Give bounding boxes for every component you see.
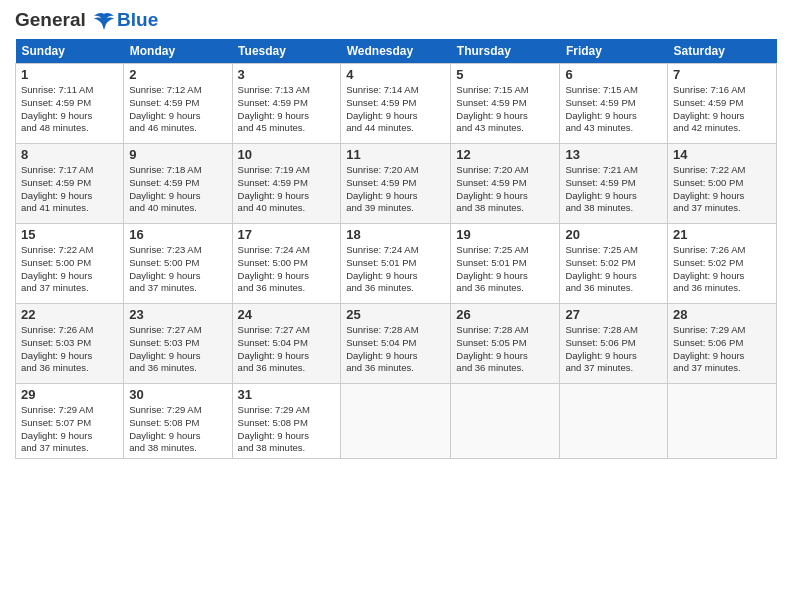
day-number: 25 — [346, 307, 445, 322]
day-info: Sunrise: 7:24 AMSunset: 5:01 PMDaylight:… — [346, 244, 445, 295]
calendar-cell: 25Sunrise: 7:28 AMSunset: 5:04 PMDayligh… — [341, 303, 451, 383]
calendar-cell: 20Sunrise: 7:25 AMSunset: 5:02 PMDayligh… — [560, 223, 668, 303]
calendar-cell: 17Sunrise: 7:24 AMSunset: 5:00 PMDayligh… — [232, 223, 341, 303]
day-number: 11 — [346, 147, 445, 162]
calendar-cell: 31Sunrise: 7:29 AMSunset: 5:08 PMDayligh… — [232, 383, 341, 458]
day-number: 9 — [129, 147, 226, 162]
calendar-cell: 27Sunrise: 7:28 AMSunset: 5:06 PMDayligh… — [560, 303, 668, 383]
day-info: Sunrise: 7:26 AMSunset: 5:03 PMDaylight:… — [21, 324, 118, 375]
day-number: 17 — [238, 227, 336, 242]
day-number: 2 — [129, 67, 226, 82]
day-info: Sunrise: 7:22 AMSunset: 5:00 PMDaylight:… — [21, 244, 118, 295]
calendar-cell: 24Sunrise: 7:27 AMSunset: 5:04 PMDayligh… — [232, 303, 341, 383]
day-info: Sunrise: 7:13 AMSunset: 4:59 PMDaylight:… — [238, 84, 336, 135]
calendar-cell — [451, 383, 560, 458]
calendar-cell — [668, 383, 777, 458]
day-number: 16 — [129, 227, 226, 242]
calendar-cell: 12Sunrise: 7:20 AMSunset: 4:59 PMDayligh… — [451, 143, 560, 223]
day-number: 14 — [673, 147, 771, 162]
day-info: Sunrise: 7:29 AMSunset: 5:06 PMDaylight:… — [673, 324, 771, 375]
day-number: 15 — [21, 227, 118, 242]
day-number: 7 — [673, 67, 771, 82]
day-number: 29 — [21, 387, 118, 402]
day-info: Sunrise: 7:11 AMSunset: 4:59 PMDaylight:… — [21, 84, 118, 135]
day-info: Sunrise: 7:18 AMSunset: 4:59 PMDaylight:… — [129, 164, 226, 215]
calendar-cell: 13Sunrise: 7:21 AMSunset: 4:59 PMDayligh… — [560, 143, 668, 223]
day-info: Sunrise: 7:20 AMSunset: 4:59 PMDaylight:… — [346, 164, 445, 215]
day-info: Sunrise: 7:27 AMSunset: 5:03 PMDaylight:… — [129, 324, 226, 375]
weekday-header: Tuesday — [232, 39, 341, 64]
day-number: 31 — [238, 387, 336, 402]
calendar-cell: 22Sunrise: 7:26 AMSunset: 5:03 PMDayligh… — [16, 303, 124, 383]
day-info: Sunrise: 7:29 AMSunset: 5:07 PMDaylight:… — [21, 404, 118, 455]
day-number: 20 — [565, 227, 662, 242]
day-info: Sunrise: 7:21 AMSunset: 4:59 PMDaylight:… — [565, 164, 662, 215]
day-info: Sunrise: 7:27 AMSunset: 5:04 PMDaylight:… — [238, 324, 336, 375]
calendar-cell — [341, 383, 451, 458]
calendar-cell: 23Sunrise: 7:27 AMSunset: 5:03 PMDayligh… — [124, 303, 232, 383]
calendar-cell: 30Sunrise: 7:29 AMSunset: 5:08 PMDayligh… — [124, 383, 232, 458]
weekday-header: Wednesday — [341, 39, 451, 64]
day-number: 30 — [129, 387, 226, 402]
day-info: Sunrise: 7:29 AMSunset: 5:08 PMDaylight:… — [238, 404, 336, 455]
calendar-cell: 16Sunrise: 7:23 AMSunset: 5:00 PMDayligh… — [124, 223, 232, 303]
day-number: 3 — [238, 67, 336, 82]
day-info: Sunrise: 7:28 AMSunset: 5:06 PMDaylight:… — [565, 324, 662, 375]
day-number: 21 — [673, 227, 771, 242]
calendar-cell: 1Sunrise: 7:11 AMSunset: 4:59 PMDaylight… — [16, 63, 124, 143]
calendar-cell: 11Sunrise: 7:20 AMSunset: 4:59 PMDayligh… — [341, 143, 451, 223]
calendar-cell: 14Sunrise: 7:22 AMSunset: 5:00 PMDayligh… — [668, 143, 777, 223]
calendar-cell: 5Sunrise: 7:15 AMSunset: 4:59 PMDaylight… — [451, 63, 560, 143]
day-info: Sunrise: 7:17 AMSunset: 4:59 PMDaylight:… — [21, 164, 118, 215]
day-info: Sunrise: 7:23 AMSunset: 5:00 PMDaylight:… — [129, 244, 226, 295]
day-number: 18 — [346, 227, 445, 242]
calendar-cell: 6Sunrise: 7:15 AMSunset: 4:59 PMDaylight… — [560, 63, 668, 143]
calendar-cell: 18Sunrise: 7:24 AMSunset: 5:01 PMDayligh… — [341, 223, 451, 303]
calendar-cell: 19Sunrise: 7:25 AMSunset: 5:01 PMDayligh… — [451, 223, 560, 303]
day-info: Sunrise: 7:28 AMSunset: 5:05 PMDaylight:… — [456, 324, 554, 375]
day-info: Sunrise: 7:16 AMSunset: 4:59 PMDaylight:… — [673, 84, 771, 135]
day-number: 12 — [456, 147, 554, 162]
logo: General Blue — [15, 10, 158, 31]
day-number: 23 — [129, 307, 226, 322]
day-number: 19 — [456, 227, 554, 242]
day-info: Sunrise: 7:25 AMSunset: 5:01 PMDaylight:… — [456, 244, 554, 295]
weekday-header: Saturday — [668, 39, 777, 64]
day-number: 10 — [238, 147, 336, 162]
day-info: Sunrise: 7:12 AMSunset: 4:59 PMDaylight:… — [129, 84, 226, 135]
day-info: Sunrise: 7:29 AMSunset: 5:08 PMDaylight:… — [129, 404, 226, 455]
calendar-table: SundayMondayTuesdayWednesdayThursdayFrid… — [15, 39, 777, 459]
day-number: 13 — [565, 147, 662, 162]
day-number: 28 — [673, 307, 771, 322]
calendar-cell: 26Sunrise: 7:28 AMSunset: 5:05 PMDayligh… — [451, 303, 560, 383]
calendar-cell: 8Sunrise: 7:17 AMSunset: 4:59 PMDaylight… — [16, 143, 124, 223]
day-info: Sunrise: 7:25 AMSunset: 5:02 PMDaylight:… — [565, 244, 662, 295]
weekday-header: Thursday — [451, 39, 560, 64]
calendar-cell: 3Sunrise: 7:13 AMSunset: 4:59 PMDaylight… — [232, 63, 341, 143]
day-number: 1 — [21, 67, 118, 82]
day-info: Sunrise: 7:28 AMSunset: 5:04 PMDaylight:… — [346, 324, 445, 375]
day-number: 8 — [21, 147, 118, 162]
calendar-cell: 21Sunrise: 7:26 AMSunset: 5:02 PMDayligh… — [668, 223, 777, 303]
day-number: 5 — [456, 67, 554, 82]
day-number: 24 — [238, 307, 336, 322]
day-info: Sunrise: 7:15 AMSunset: 4:59 PMDaylight:… — [565, 84, 662, 135]
day-info: Sunrise: 7:24 AMSunset: 5:00 PMDaylight:… — [238, 244, 336, 295]
header: General Blue — [15, 10, 777, 31]
calendar-cell: 15Sunrise: 7:22 AMSunset: 5:00 PMDayligh… — [16, 223, 124, 303]
calendar-cell: 29Sunrise: 7:29 AMSunset: 5:07 PMDayligh… — [16, 383, 124, 458]
logo-bird-icon — [93, 12, 115, 30]
calendar-cell: 10Sunrise: 7:19 AMSunset: 4:59 PMDayligh… — [232, 143, 341, 223]
weekday-header: Monday — [124, 39, 232, 64]
calendar-cell: 4Sunrise: 7:14 AMSunset: 4:59 PMDaylight… — [341, 63, 451, 143]
day-info: Sunrise: 7:15 AMSunset: 4:59 PMDaylight:… — [456, 84, 554, 135]
day-number: 6 — [565, 67, 662, 82]
calendar-cell: 2Sunrise: 7:12 AMSunset: 4:59 PMDaylight… — [124, 63, 232, 143]
calendar-cell — [560, 383, 668, 458]
weekday-header: Friday — [560, 39, 668, 64]
day-number: 26 — [456, 307, 554, 322]
day-info: Sunrise: 7:14 AMSunset: 4:59 PMDaylight:… — [346, 84, 445, 135]
page-container: General Blue SundayMondayTuesdayWednesda… — [0, 0, 792, 464]
calendar-cell: 7Sunrise: 7:16 AMSunset: 4:59 PMDaylight… — [668, 63, 777, 143]
day-info: Sunrise: 7:20 AMSunset: 4:59 PMDaylight:… — [456, 164, 554, 215]
